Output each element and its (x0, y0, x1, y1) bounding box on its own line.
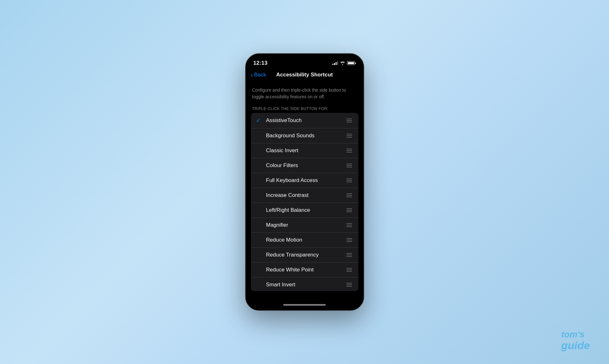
wifi-icon (340, 61, 345, 65)
phone-frame: 12:13 ‹ Back A (245, 53, 364, 311)
section-header: TRIPLE-CLICK THE SIDE BUTTON FOR: (246, 104, 363, 113)
item-label: Background Sounds (265, 133, 345, 139)
content-area: Configure and then triple-click the side… (246, 82, 363, 299)
nav-bar: ‹ Back Accessibility Shortcut (246, 68, 363, 82)
status-bar: 12:13 (246, 54, 363, 68)
list-item-reduce-white-point[interactable]: Reduce White Point (251, 263, 358, 277)
watermark-line1: tom's (561, 330, 590, 340)
drag-handle-icon (345, 192, 353, 198)
list-item-colour-filters[interactable]: Colour Filters (251, 158, 358, 173)
back-button[interactable]: ‹ Back (251, 71, 266, 79)
back-chevron-icon: ‹ (251, 71, 253, 79)
item-label: Reduce Transparency (265, 252, 345, 258)
settings-list: ✓ AssistiveTouch Background Sounds Class… (251, 113, 358, 291)
home-bar (283, 304, 326, 306)
drag-handle-icon (345, 117, 353, 124)
watermark-line2: guide (561, 340, 590, 351)
item-label: Smart Invert (265, 282, 345, 288)
item-label: Reduce Motion (265, 237, 345, 243)
nav-title: Accessibility Shortcut (276, 72, 333, 78)
description-text: Configure and then triple-click the side… (246, 82, 363, 104)
list-bottom-fade (251, 291, 358, 299)
status-time: 12:13 (253, 60, 268, 66)
home-indicator (246, 299, 363, 310)
battery-icon (347, 61, 356, 65)
drag-handle-icon (345, 147, 353, 154)
list-item-classic-invert[interactable]: Classic Invert (251, 143, 358, 158)
watermark: tom's guide (561, 330, 590, 351)
list-item-background-sounds[interactable]: Background Sounds (251, 128, 358, 143)
status-icons (332, 61, 356, 65)
list-item-increase-contrast[interactable]: Increase Contrast (251, 188, 358, 203)
item-label: Colour Filters (265, 162, 345, 169)
item-label: Left/Right Balance (265, 207, 345, 213)
item-label: Reduce White Point (265, 267, 345, 273)
item-label: AssistiveTouch (265, 117, 345, 124)
drag-handle-icon (345, 177, 353, 184)
item-label: Magnifier (265, 222, 345, 228)
drag-handle-icon (345, 267, 353, 273)
list-item-magnifier[interactable]: Magnifier (251, 218, 358, 233)
item-label: Classic Invert (265, 147, 345, 154)
drag-handle-icon (345, 282, 353, 288)
drag-handle-icon (345, 207, 353, 213)
list-item-reduce-transparency[interactable]: Reduce Transparency (251, 248, 358, 263)
back-label: Back (254, 72, 266, 78)
item-label: Increase Contrast (265, 192, 345, 198)
signal-icon (332, 61, 338, 65)
drag-handle-icon (345, 222, 353, 228)
drag-handle-icon (345, 162, 353, 169)
drag-handle-icon (345, 133, 353, 139)
list-item-smart-invert[interactable]: Smart Invert (251, 277, 358, 291)
list-item-left-right-balance[interactable]: Left/Right Balance (251, 203, 358, 218)
list-item-reduce-motion[interactable]: Reduce Motion (251, 233, 358, 248)
list-item-assistivetouch[interactable]: ✓ AssistiveTouch (251, 113, 358, 128)
check-icon: ✓ (256, 117, 265, 124)
list-item-full-keyboard-access[interactable]: Full Keyboard Access (251, 173, 358, 188)
drag-handle-icon (345, 252, 353, 258)
drag-handle-icon (345, 237, 353, 243)
item-label: Full Keyboard Access (265, 177, 345, 184)
